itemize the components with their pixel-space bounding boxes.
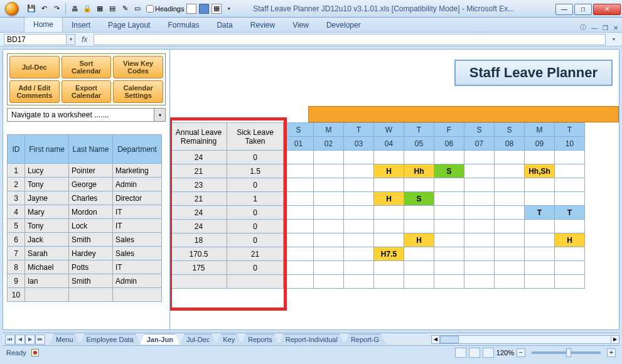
zoom-in-button[interactable]: + (607, 348, 616, 357)
calendar-row (171, 275, 585, 289)
minimize-button[interactable]: — (555, 4, 573, 15)
horizontal-scrollbar[interactable]: ◀ ▶ (431, 335, 619, 344)
view-normal-button[interactable] (455, 348, 466, 358)
view-layout-button[interactable] (469, 348, 480, 358)
sheet-tab-report-g[interactable]: Report-G (344, 334, 386, 345)
zoom-slider[interactable] (532, 351, 601, 354)
office-button[interactable] (0, 0, 24, 18)
macro-record-icon[interactable] (31, 349, 39, 356)
undo-icon[interactable]: ↶ (39, 4, 49, 14)
header-day: T (404, 123, 434, 137)
leave-cell[interactable]: T (555, 206, 585, 220)
name-box[interactable]: BD17 (4, 34, 67, 45)
ribbon-tab-insert[interactable]: Insert (63, 18, 99, 32)
control-jul-dec[interactable]: Jul-Dec (9, 56, 60, 78)
sheet-tab-report-individual[interactable]: Report-Individual (279, 334, 345, 345)
doc-close-button[interactable]: ✕ (613, 24, 618, 31)
control-export-calendar[interactable]: Export Calendar (62, 80, 112, 103)
leave-cell[interactable]: H (555, 233, 585, 247)
control-calendar-settings[interactable]: Calendar Settings (113, 80, 163, 103)
ribbon-tab-developer[interactable]: Developer (318, 18, 370, 32)
name-box-dropdown[interactable]: ▾ (67, 34, 75, 45)
sheet-tab-reports[interactable]: Reports (241, 334, 279, 345)
leave-cell[interactable]: T (525, 206, 555, 220)
header-date: 07 (464, 137, 495, 151)
ribbon-tabs: HomeInsertPage LayoutFormulasDataReviewV… (0, 18, 622, 33)
tool2-icon[interactable]: ▤ (107, 4, 117, 14)
leave-cell[interactable]: H (374, 164, 404, 178)
headings-toggle[interactable]: Headings (145, 5, 184, 13)
table-row: 8MichaelPottsIT (8, 260, 162, 274)
calendar-row: 230 (171, 178, 585, 192)
leave-cell[interactable]: Hh (404, 164, 434, 178)
sheet-tab-employee-data[interactable]: Employee Data (80, 334, 141, 345)
sheet-tab-bar: ⏮ ◀ ▶ ⏭ MenuEmployee DataJan-JunJul-DecK… (3, 333, 619, 345)
leave-cell[interactable]: Hh,Sh (525, 164, 555, 178)
table-row: 9IanSmithAdmin (8, 274, 162, 288)
control-sort-calendar[interactable]: Sort Calendar (62, 56, 112, 78)
view-break-button[interactable] (483, 348, 494, 358)
leave-cell[interactable]: H (374, 192, 404, 206)
qat-more-icon[interactable]: ▾ (224, 4, 234, 14)
header-date: 10 (555, 137, 585, 151)
redo-icon[interactable]: ↷ (51, 4, 62, 14)
doc-restore-button[interactable]: ❐ (603, 24, 608, 31)
sheet-nav-prev[interactable]: ◀ (15, 335, 25, 345)
leave-cell[interactable]: S (404, 192, 434, 206)
control-view-key-codes[interactable]: View Key Codes (113, 56, 163, 78)
zoom-percent: 120% (496, 349, 514, 356)
sheet-nav-first[interactable]: ⏮ (5, 335, 15, 345)
month-band (308, 106, 619, 122)
leave-cell[interactable]: S (434, 164, 464, 178)
ribbon-tab-view[interactable]: View (284, 18, 318, 32)
sheet-nav-last[interactable]: ⏭ (35, 335, 45, 345)
leave-cell[interactable]: H7.5 (374, 247, 404, 261)
scroll-track[interactable] (440, 335, 611, 344)
workspace: Jul-DecSort CalendarView Key CodesAdd / … (3, 49, 619, 330)
calendar-area: Staff Leave Planner Annual Leave Remaini… (170, 50, 619, 329)
navigate-dropdown-button[interactable]: ▾ (154, 109, 165, 121)
style3-icon[interactable]: ▦ (212, 4, 222, 14)
zoom-thumb[interactable] (566, 348, 571, 357)
fx-label[interactable]: fx (79, 35, 90, 44)
ribbon-tab-home[interactable]: Home (24, 17, 63, 32)
close-button[interactable]: ✕ (593, 4, 621, 15)
scroll-right-button[interactable]: ▶ (611, 335, 619, 344)
sheet-tab-jan-jun[interactable]: Jan-Jun (140, 334, 180, 345)
ribbon-tab-page-layout[interactable]: Page Layout (99, 18, 159, 32)
calendar-row: 1750 (171, 261, 585, 275)
title-bar: 💾 ↶ ↷ 🖶 🔒 ▦ ▤ ✎ ▭ Headings ▦ ▾ Staff Lea… (0, 0, 622, 18)
maximize-button[interactable]: □ (574, 4, 592, 15)
doc-minimize-button[interactable]: — (591, 24, 598, 31)
ribbon-tab-review[interactable]: Review (242, 18, 284, 32)
calendar-row: 170.521H7.5 (171, 247, 585, 261)
ribbon-tab-data[interactable]: Data (208, 18, 241, 32)
header-day: T (344, 123, 374, 137)
tool4-icon[interactable]: ▭ (132, 4, 142, 14)
employee-grid: IDFirst nameLast NameDepartment1LucyPoin… (7, 134, 166, 302)
sheet-tab-menu[interactable]: Menu (49, 334, 80, 345)
scroll-left-button[interactable]: ◀ (431, 335, 440, 344)
header-date: 04 (374, 137, 404, 151)
navigate-dropdown[interactable]: Navigate to a worksheet ....... ▾ (7, 108, 166, 122)
sheet-nav-next[interactable]: ▶ (25, 335, 35, 345)
style1-icon[interactable] (186, 4, 196, 14)
formula-expand-icon[interactable]: ▾ (609, 36, 618, 42)
sheet-tab-key[interactable]: Key (216, 334, 242, 345)
print-icon[interactable]: 🖶 (70, 4, 80, 14)
sheet-tab-jul-dec[interactable]: Jul-Dec (180, 334, 217, 345)
header-day: S (495, 123, 525, 137)
help-icon[interactable]: ⓘ (580, 23, 586, 32)
zoom-out-button[interactable]: − (517, 348, 525, 357)
leave-cell[interactable]: H (404, 233, 434, 247)
lock-icon[interactable]: 🔒 (82, 4, 92, 14)
control-add-edit-comments[interactable]: Add / Edit Comments (9, 80, 60, 103)
scroll-thumb[interactable] (440, 336, 459, 343)
tool3-icon[interactable]: ✎ (120, 4, 130, 14)
save-icon[interactable]: 💾 (26, 4, 36, 14)
tool1-icon[interactable]: ▦ (95, 4, 105, 14)
ribbon-tab-formulas[interactable]: Formulas (159, 18, 208, 32)
style2-icon[interactable] (199, 4, 209, 14)
formula-input[interactable] (94, 34, 606, 45)
calendar-row: 180HH (171, 233, 585, 247)
